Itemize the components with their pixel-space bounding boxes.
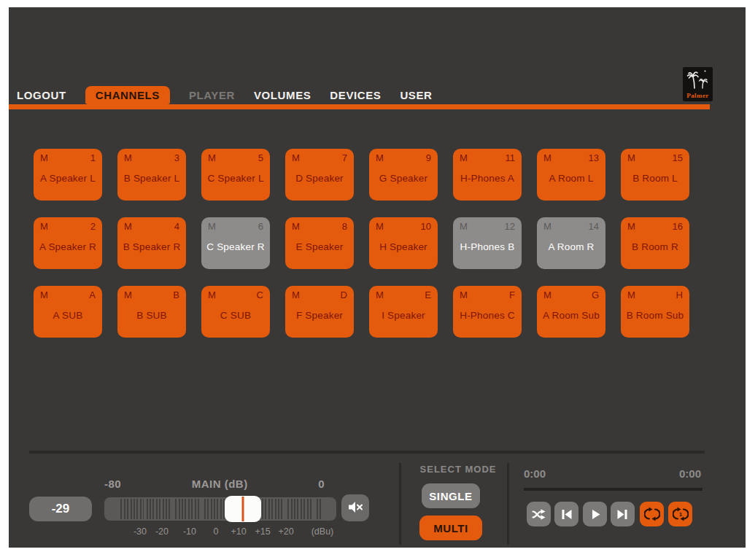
volume-scale-header: -80 MAIN (dB) 0: [104, 478, 336, 490]
channel-mute-flag: M: [543, 152, 551, 163]
channel-button[interactable]: M B B SUB: [117, 286, 186, 338]
nav-item-devices[interactable]: DEVICES: [330, 86, 381, 104]
channel-button[interactable]: M 14 A Room R: [537, 217, 605, 269]
channel-button[interactable]: M 15 B Room L: [621, 149, 689, 201]
multi-mode-button[interactable]: MULTI: [419, 516, 482, 540]
bottom-divider-vertical-right: [507, 463, 509, 545]
channel-label: B Speaker L: [117, 173, 186, 184]
channel-number: 3: [174, 152, 179, 163]
channel-grid: M 1 A Speaker L M 3 B Speaker L M 5 C Sp…: [34, 149, 689, 338]
nav-item-player[interactable]: PLAYER: [189, 86, 235, 104]
channel-button[interactable]: M 7 D Speaker: [285, 149, 354, 201]
channel-button[interactable]: M 11 H-Phones A: [453, 149, 522, 201]
channel-number: B: [173, 289, 179, 300]
dbu-scale: -30-20-100+10+15+20(dBu): [9, 526, 352, 538]
select-mode-title: SELECT MODE: [411, 464, 506, 475]
channel-button[interactable]: M E I Speaker: [369, 286, 438, 338]
scale-title: MAIN (dB): [192, 478, 248, 490]
repeat-button[interactable]: [640, 502, 664, 526]
channel-button[interactable]: M 4 B Speaker R: [117, 217, 186, 269]
channel-number: 6: [258, 221, 263, 232]
slider-tick-texture: [119, 499, 322, 519]
channel-button[interactable]: M F H-Phones C: [453, 286, 522, 338]
bottom-divider: [29, 451, 705, 454]
channel-label: B Speaker R: [117, 241, 186, 252]
channel-label: I Speaker: [369, 310, 438, 321]
next-track-button[interactable]: [611, 502, 635, 526]
channel-button[interactable]: M D F Speaker: [285, 286, 354, 338]
channel-mute-flag: M: [376, 221, 384, 232]
svg-text:1: 1: [678, 511, 682, 518]
nav-item-channels[interactable]: CHANNELS: [85, 86, 170, 104]
channel-label: A SUB: [34, 310, 102, 321]
channel-label: G Speaker: [369, 173, 438, 184]
channel-mute-flag: M: [208, 152, 216, 163]
play-button[interactable]: [583, 502, 607, 526]
app-panel: LOGOUTCHANNELSPLAYERVOLUMESDEVICESUSER P…: [9, 7, 746, 548]
channel-number: 15: [673, 152, 683, 163]
channel-button[interactable]: M 6 C Speaker R: [201, 217, 270, 269]
channel-label: F Speaker: [285, 310, 354, 321]
single-mode-button[interactable]: SINGLE: [422, 483, 480, 508]
channel-button[interactable]: M 3 B Speaker L: [117, 149, 186, 201]
dbu-tick-label: -10: [183, 526, 196, 537]
dbu-tick-label: 0: [214, 526, 219, 537]
shuffle-button[interactable]: [527, 502, 551, 526]
channel-button[interactable]: M G A Room Sub: [537, 286, 605, 338]
channel-number: F: [509, 289, 515, 300]
channel-number: 9: [426, 152, 431, 163]
channel-button[interactable]: M A A SUB: [34, 286, 102, 338]
volume-slider-thumb[interactable]: [225, 496, 261, 522]
palmer-logo: Palmer: [683, 67, 713, 101]
channel-label: C Speaker L: [201, 173, 270, 184]
channel-label: C SUB: [201, 310, 270, 321]
channel-mute-flag: M: [208, 289, 216, 300]
mute-button[interactable]: [341, 494, 369, 521]
channel-number: 2: [90, 221, 96, 232]
channel-number: 11: [506, 152, 516, 163]
channel-button[interactable]: M 10 H Speaker: [369, 217, 438, 269]
channel-number: 12: [505, 221, 515, 232]
progress-bar[interactable]: [524, 488, 703, 491]
dbu-tick-label: +10: [231, 526, 246, 537]
channel-button[interactable]: M 8 E Speaker: [285, 217, 354, 269]
previous-track-button[interactable]: [554, 502, 578, 526]
channel-mute-flag: M: [627, 152, 635, 163]
channel-label: A Room Sub: [537, 310, 605, 321]
scale-max-label: 0: [318, 478, 325, 490]
channel-mute-flag: M: [40, 289, 48, 300]
nav-underline: [9, 104, 710, 109]
channel-button[interactable]: M 9 G Speaker: [369, 149, 438, 201]
channel-button[interactable]: M H B Room Sub: [621, 286, 689, 338]
nav-item-logout[interactable]: LOGOUT: [17, 86, 66, 104]
shuffle-icon: [531, 507, 546, 522]
channel-number: 8: [342, 221, 347, 232]
repeat-one-icon: 1: [673, 506, 689, 522]
scale-min-label: -80: [104, 478, 121, 490]
repeat-one-button[interactable]: 1: [668, 502, 692, 526]
channel-label: B Room L: [621, 173, 689, 184]
main-volume-value[interactable]: -29: [29, 497, 92, 521]
channel-mute-flag: M: [124, 221, 132, 232]
navbar: LOGOUTCHANNELSPLAYERVOLUMESDEVICESUSER: [17, 86, 433, 104]
play-icon: [587, 507, 603, 522]
bottom-divider-vertical-left: [399, 463, 401, 545]
dbu-tick-label: +20: [278, 526, 293, 537]
channel-label: D Speaker: [285, 173, 354, 184]
channel-number: H: [676, 289, 683, 300]
channel-mute-flag: M: [543, 221, 551, 232]
nav-item-volumes[interactable]: VOLUMES: [254, 86, 311, 104]
channel-mute-flag: M: [292, 152, 300, 163]
main-volume-slider[interactable]: [104, 497, 336, 521]
channel-button[interactable]: M 1 A Speaker L: [34, 149, 102, 201]
channel-button[interactable]: M C C SUB: [201, 286, 270, 338]
channel-button[interactable]: M 2 A Speaker R: [34, 217, 102, 269]
skip-back-icon: [559, 507, 574, 522]
channel-button[interactable]: M 5 C Speaker L: [201, 149, 270, 201]
nav-item-user[interactable]: USER: [400, 86, 432, 104]
channel-mute-flag: M: [627, 221, 635, 232]
channel-button[interactable]: M 16 B Room R: [621, 217, 689, 269]
speaker-mute-icon: [347, 500, 363, 514]
channel-button[interactable]: M 12 H-Phones B: [453, 217, 522, 269]
channel-button[interactable]: M 13 A Room L: [537, 149, 605, 201]
